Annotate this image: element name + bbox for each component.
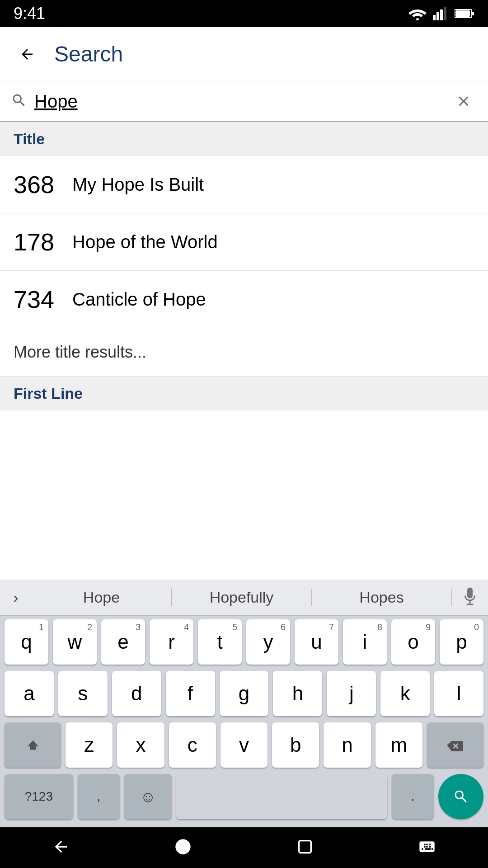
result-item-734[interactable]: 734 Canticle of Hope <box>0 271 488 328</box>
key-v[interactable]: v <box>221 722 267 768</box>
search-bar <box>0 81 488 122</box>
svg-rect-8 <box>467 587 473 598</box>
suggestions-expand-icon[interactable]: › <box>0 589 32 606</box>
key-a[interactable]: a <box>5 671 54 716</box>
emoji-key[interactable]: ☺ <box>124 774 172 819</box>
suggestion-hopefully[interactable]: Hopefully <box>172 589 312 606</box>
key-z[interactable]: z <box>66 722 113 768</box>
svg-rect-4 <box>444 7 446 20</box>
key-m[interactable]: m <box>375 722 422 768</box>
result-item-178[interactable]: 178 Hope of the World <box>0 213 488 271</box>
svg-rect-9 <box>469 601 471 604</box>
key-row-4: ?123 , ☺ . <box>5 774 483 819</box>
key-k[interactable]: k <box>380 671 430 716</box>
nav-bar <box>0 827 488 868</box>
key-w[interactable]: 2w <box>53 619 97 665</box>
status-icons <box>408 7 474 20</box>
symbols-key[interactable]: ?123 <box>5 774 73 819</box>
svg-rect-10 <box>467 604 474 605</box>
key-u[interactable]: 7u <box>295 619 338 665</box>
page-title: Search <box>54 42 123 66</box>
keyboard: › Hope Hopefully Hopes 1q 2w 3e 4r 5t <box>0 580 488 827</box>
key-row-3: z x c v b n m <box>5 722 483 768</box>
wifi-icon <box>408 7 427 20</box>
key-rows: 1q 2w 3e 4r 5t 6y 7u 8i 9o 0p a s d f g … <box>0 616 488 827</box>
key-d[interactable]: d <box>112 671 161 716</box>
nav-home-button[interactable] <box>174 838 192 858</box>
key-g[interactable]: g <box>220 671 269 716</box>
comma-key[interactable]: , <box>78 774 120 819</box>
svg-rect-2 <box>436 12 439 20</box>
nav-back-button[interactable] <box>52 838 70 858</box>
shift-key[interactable] <box>5 722 61 768</box>
key-row-2: a s d f g h j k l <box>5 671 483 716</box>
result-number-734: 734 <box>14 285 72 313</box>
suggestions-row: › Hope Hopefully Hopes <box>0 580 488 616</box>
title-section-header: Title <box>0 122 488 156</box>
result-number-368: 368 <box>14 170 72 198</box>
svg-point-0 <box>416 18 419 20</box>
back-button[interactable] <box>14 41 41 68</box>
key-s[interactable]: s <box>58 671 108 716</box>
svg-rect-1 <box>433 15 436 20</box>
app-bar: Search <box>0 27 488 81</box>
suggestion-hope[interactable]: Hope <box>32 589 172 606</box>
period-key[interactable]: . <box>392 774 434 819</box>
svg-rect-3 <box>440 9 443 20</box>
result-title-734: Canticle of Hope <box>72 289 206 310</box>
key-o[interactable]: 9o <box>391 619 435 665</box>
result-number-178: 178 <box>14 228 72 256</box>
key-n[interactable]: n <box>324 722 371 768</box>
nav-recents-button[interactable] <box>296 838 314 858</box>
key-row-1: 1q 2w 3e 4r 5t 6y 7u 8i 9o 0p <box>5 619 483 665</box>
key-r[interactable]: 4r <box>150 619 193 665</box>
key-l[interactable]: l <box>434 671 483 716</box>
svg-rect-12 <box>299 841 311 853</box>
key-c[interactable]: c <box>169 722 216 768</box>
signal-icon <box>433 7 449 20</box>
clear-button[interactable] <box>450 88 477 115</box>
key-b[interactable]: b <box>272 722 319 768</box>
backspace-key[interactable] <box>427 722 483 768</box>
search-icon <box>11 92 27 110</box>
key-p[interactable]: 0p <box>440 619 483 665</box>
key-y[interactable]: 6y <box>246 619 290 665</box>
status-bar: 9:41 <box>0 0 488 27</box>
key-f[interactable]: f <box>166 671 215 716</box>
key-q[interactable]: 1q <box>5 619 48 665</box>
status-time: 9:41 <box>14 4 45 23</box>
search-action-key[interactable] <box>438 774 483 819</box>
suggestion-hopes[interactable]: Hopes <box>312 589 452 606</box>
first-line-section-header: First Line <box>0 377 488 410</box>
nav-keyboard-button[interactable] <box>418 838 436 858</box>
result-item-368[interactable]: 368 My Hope Is Built <box>0 156 488 213</box>
svg-point-11 <box>175 839 190 854</box>
title-section-label: Title <box>14 130 45 147</box>
search-input[interactable] <box>34 91 450 112</box>
battery-icon <box>455 8 474 19</box>
key-j[interactable]: j <box>327 671 376 716</box>
key-x[interactable]: x <box>117 722 164 768</box>
result-title-368: My Hope Is Built <box>72 175 204 195</box>
mic-button[interactable] <box>452 587 488 608</box>
key-t[interactable]: 5t <box>198 619 242 665</box>
key-e[interactable]: 3e <box>101 619 145 665</box>
result-title-178: Hope of the World <box>72 232 218 252</box>
key-h[interactable]: h <box>273 671 322 716</box>
first-line-section-label: First Line <box>14 385 83 402</box>
svg-rect-6 <box>455 10 470 17</box>
svg-rect-7 <box>472 12 474 15</box>
more-title-results[interactable]: More title results... <box>0 328 488 377</box>
key-i[interactable]: 8i <box>343 619 387 665</box>
space-key[interactable] <box>176 774 387 819</box>
